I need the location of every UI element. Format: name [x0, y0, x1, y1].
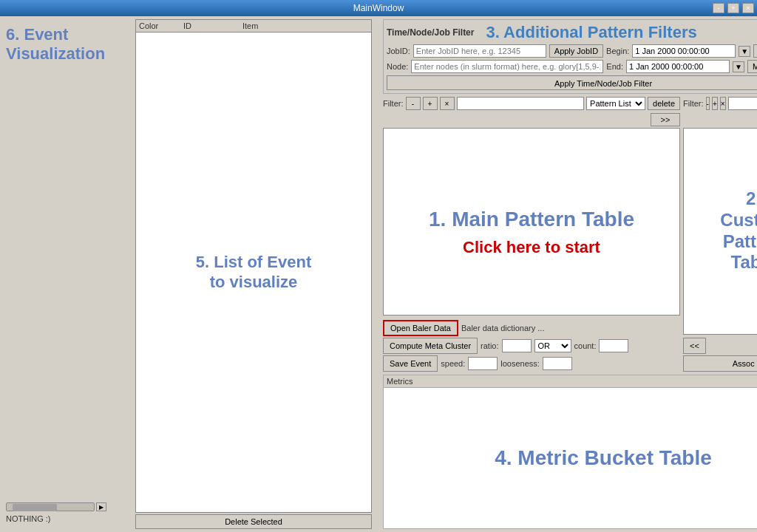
list-content: 5. List of Eventto visualize [136, 33, 371, 512]
metrics-title: Metrics [384, 375, 757, 388]
col-id: ID [183, 21, 242, 30]
click-here-label: Click here to start [463, 239, 600, 258]
time-filter-title: Time/Node/Job Filter [387, 27, 474, 38]
end-input[interactable] [626, 60, 730, 73]
speed-label: speed: [441, 359, 465, 368]
title-bar: MainWindow - + × [0, 0, 757, 16]
assoc-row: Assoc View [683, 355, 757, 372]
main-layout: 6. EventVisualization Color ID Item 5. L… [0, 16, 757, 532]
close-btn[interactable]: × [742, 3, 754, 13]
looseness-label: looseness: [500, 359, 540, 368]
time-filter-section: Time/Node/Job Filter 3. Additional Patte… [383, 19, 757, 94]
filter-plus-btn[interactable]: + [423, 97, 438, 110]
custom-filter-minus-btn[interactable]: - [706, 97, 710, 110]
main-pattern-label: 1. Main Pattern Table [429, 208, 634, 231]
metrics-table: 4. Metric Bucket Table [384, 388, 757, 528]
compute-row: Compute Meta Cluster ratio: OR count: [383, 338, 680, 354]
ratio-label: ratio: [481, 341, 498, 350]
scrollbar-arrow-right[interactable]: ▶ [96, 502, 106, 511]
custom-filter-input[interactable] [728, 97, 757, 110]
arrow-right-btn[interactable]: >> [651, 113, 680, 126]
left-panel: 6. EventVisualization Color ID Item 5. L… [3, 19, 380, 529]
custom-filter-row: Filter: - + × [683, 97, 757, 110]
event-viz-label: 6. EventVisualization [3, 19, 132, 70]
save-row: Save Event speed: looseness: [383, 355, 680, 372]
col-color: Color [139, 21, 183, 30]
col-item: Item [242, 21, 368, 30]
node-input[interactable] [411, 60, 603, 73]
pattern-area: Filter: - + × Pattern List delete >> 1. … [383, 97, 757, 372]
baler-dict-text: Baler data dictionary ... [461, 324, 545, 332]
open-baler-btn[interactable]: Open Baler Data [383, 320, 458, 336]
window-title: MainWindow [353, 3, 404, 13]
begin-input[interactable] [632, 44, 736, 58]
list-label: 5. List of Eventto visualize [184, 241, 323, 304]
list-table-header: Color ID Item [136, 20, 371, 33]
filter-label-main: Filter: [383, 99, 404, 108]
list-panel: Color ID Item 5. List of Eventto visuali… [135, 19, 372, 529]
scrollbar-area: ▶ [6, 502, 106, 511]
nothing-label: NOTHING :) [6, 514, 51, 523]
pattern-list-select[interactable]: Pattern List [586, 97, 645, 110]
save-event-btn[interactable]: Save Event [383, 355, 438, 372]
right-panel: Time/Node/Job Filter 3. Additional Patte… [383, 19, 757, 529]
count-label: count: [574, 341, 597, 350]
filter-minus-btn[interactable]: - [406, 97, 421, 110]
filter-label-custom: Filter: [683, 99, 704, 108]
minimize-btn[interactable]: - [713, 3, 724, 13]
min-begin-btn[interactable]: Min Begin Time [753, 44, 757, 58]
begin-dropdown-btn[interactable]: ▼ [739, 46, 750, 57]
assoc-view-btn[interactable]: Assoc View [683, 355, 757, 372]
or-select[interactable]: OR [534, 339, 571, 352]
metrics-label: 4. Metric Bucket Table [495, 446, 712, 470]
custom-filter-x-btn[interactable]: × [720, 97, 726, 110]
apply-jobid-btn[interactable]: Apply JobID [549, 44, 603, 58]
main-pattern-table[interactable]: 1. Main Pattern Table Click here to star… [383, 128, 680, 316]
custom-bottom-row: << [683, 338, 757, 354]
back-arrow-btn[interactable]: << [683, 338, 706, 354]
maximize-btn[interactable]: + [727, 3, 739, 13]
jobid-row: JobID: Apply JobID Begin: ▼ Min Begin Ti… [387, 44, 757, 58]
metrics-section: Metrics 4. Metric Bucket Table [383, 375, 757, 529]
node-row: Node: End: ▼ Max End Time [387, 60, 757, 73]
pattern-filter-row: Filter: - + × Pattern List delete [383, 97, 680, 110]
end-dropdown-btn[interactable]: ▼ [733, 61, 744, 72]
scrollbar-track[interactable] [6, 502, 95, 511]
custom-filter-plus-btn[interactable]: + [712, 97, 718, 110]
count-input[interactable] [599, 339, 628, 352]
custom-pattern-section: Filter: - + × 2. CustomPatternTable << A… [683, 97, 757, 372]
custom-pattern-label: 2. CustomPatternTable [719, 188, 757, 273]
pattern-filter-input[interactable] [457, 97, 585, 110]
additional-filters-title: 3. Additional Pattern Filters [486, 23, 696, 42]
filter-title-row: Time/Node/Job Filter 3. Additional Patte… [387, 23, 757, 42]
custom-spacer [683, 112, 757, 128]
apply-time-btn[interactable]: Apply Time/Node/Job Filter [387, 75, 757, 90]
node-label: Node: [387, 62, 408, 71]
looseness-input[interactable] [543, 357, 572, 370]
begin-label: Begin: [606, 47, 629, 55]
jobid-label: JobID: [387, 47, 410, 55]
main-pattern-section: Filter: - + × Pattern List delete >> 1. … [383, 97, 680, 372]
delete-selected-btn[interactable]: Delete Selected [135, 514, 372, 529]
arrow-row: >> [383, 113, 680, 126]
ratio-input[interactable] [502, 339, 532, 352]
baler-controls-row: Open Baler Data Baler data dictionary ..… [383, 318, 680, 338]
scrollbar-thumb[interactable] [13, 504, 57, 511]
delete-pattern-btn[interactable]: delete [648, 97, 680, 110]
compute-meta-btn[interactable]: Compute Meta Cluster [383, 338, 478, 354]
list-table: Color ID Item 5. List of Eventto visuali… [135, 19, 372, 513]
end-label: End: [606, 62, 623, 71]
jobid-input[interactable] [413, 44, 546, 58]
max-end-btn[interactable]: Max End Time [747, 60, 757, 73]
event-viz-section: 6. EventVisualization [3, 19, 132, 529]
title-bar-controls: - + × [713, 3, 754, 13]
filter-x-btn[interactable]: × [440, 97, 455, 110]
custom-pattern-table[interactable]: 2. CustomPatternTable [683, 128, 757, 335]
speed-input[interactable] [468, 357, 498, 370]
